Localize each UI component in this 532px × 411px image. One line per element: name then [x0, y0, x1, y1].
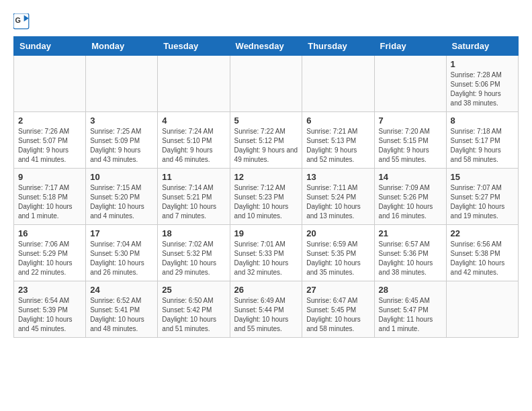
calendar-cell: 21Sunrise: 6:57 AM Sunset: 5:36 PM Dayli…: [374, 225, 446, 281]
day-info: Sunrise: 6:52 AM Sunset: 5:41 PM Dayligh…: [90, 296, 153, 334]
day-info: Sunrise: 6:47 AM Sunset: 5:45 PM Dayligh…: [306, 296, 369, 334]
calendar-cell: 2Sunrise: 7:26 AM Sunset: 5:07 PM Daylig…: [14, 112, 86, 169]
calendar-cell: [230, 56, 302, 112]
day-number: 11: [162, 172, 225, 182]
day-info: Sunrise: 7:07 AM Sunset: 5:27 PM Dayligh…: [451, 183, 514, 221]
day-info: Sunrise: 6:57 AM Sunset: 5:36 PM Dayligh…: [379, 240, 442, 277]
day-number: 7: [379, 116, 442, 126]
day-number: 23: [18, 285, 81, 295]
day-info: Sunrise: 7:28 AM Sunset: 5:06 PM Dayligh…: [451, 71, 514, 108]
calendar-cell: 4Sunrise: 7:24 AM Sunset: 5:10 PM Daylig…: [158, 112, 230, 169]
day-number: 20: [306, 228, 369, 238]
calendar-cell: 26Sunrise: 6:49 AM Sunset: 5:44 PM Dayli…: [230, 281, 302, 338]
calendar: SundayMondayTuesdayWednesdayThursdayFrid…: [13, 36, 519, 338]
calendar-cell: 27Sunrise: 6:47 AM Sunset: 5:45 PM Dayli…: [302, 281, 374, 338]
day-number: 4: [162, 116, 225, 126]
calendar-week-2: 9Sunrise: 7:17 AM Sunset: 5:18 PM Daylig…: [14, 169, 519, 225]
day-info: Sunrise: 7:01 AM Sunset: 5:33 PM Dayligh…: [234, 240, 298, 277]
day-info: Sunrise: 7:21 AM Sunset: 5:13 PM Dayligh…: [306, 127, 369, 165]
day-info: Sunrise: 7:12 AM Sunset: 5:23 PM Dayligh…: [234, 183, 298, 221]
day-info: Sunrise: 7:11 AM Sunset: 5:24 PM Dayligh…: [306, 183, 369, 221]
day-info: Sunrise: 6:59 AM Sunset: 5:35 PM Dayligh…: [306, 240, 369, 277]
day-info: Sunrise: 7:17 AM Sunset: 5:18 PM Dayligh…: [18, 183, 81, 221]
calendar-cell: 10Sunrise: 7:15 AM Sunset: 5:20 PM Dayli…: [86, 169, 158, 225]
day-header-saturday: Saturday: [446, 37, 518, 56]
calendar-cell: 19Sunrise: 7:01 AM Sunset: 5:33 PM Dayli…: [230, 225, 302, 281]
day-number: 16: [18, 228, 81, 238]
day-info: Sunrise: 7:18 AM Sunset: 5:17 PM Dayligh…: [451, 127, 514, 165]
day-number: 21: [379, 228, 442, 238]
page-header: G: [13, 13, 519, 30]
day-info: Sunrise: 7:20 AM Sunset: 5:15 PM Dayligh…: [379, 127, 442, 165]
day-header-wednesday: Wednesday: [230, 37, 302, 56]
calendar-cell: 7Sunrise: 7:20 AM Sunset: 5:15 PM Daylig…: [374, 112, 446, 169]
calendar-cell: 11Sunrise: 7:14 AM Sunset: 5:21 PM Dayli…: [158, 169, 230, 225]
calendar-cell: 13Sunrise: 7:11 AM Sunset: 5:24 PM Dayli…: [302, 169, 374, 225]
day-number: 1: [451, 59, 514, 69]
calendar-week-4: 23Sunrise: 6:54 AM Sunset: 5:39 PM Dayli…: [14, 281, 519, 338]
day-number: 24: [90, 285, 153, 295]
calendar-cell: 16Sunrise: 7:06 AM Sunset: 5:29 PM Dayli…: [14, 225, 86, 281]
calendar-cell: [302, 56, 374, 112]
calendar-cell: 20Sunrise: 6:59 AM Sunset: 5:35 PM Dayli…: [302, 225, 374, 281]
day-info: Sunrise: 7:24 AM Sunset: 5:10 PM Dayligh…: [162, 127, 225, 165]
day-info: Sunrise: 6:49 AM Sunset: 5:44 PM Dayligh…: [234, 296, 298, 334]
calendar-cell: 8Sunrise: 7:18 AM Sunset: 5:17 PM Daylig…: [446, 112, 518, 169]
day-number: 9: [18, 172, 81, 182]
calendar-cell: 9Sunrise: 7:17 AM Sunset: 5:18 PM Daylig…: [14, 169, 86, 225]
day-info: Sunrise: 6:45 AM Sunset: 5:47 PM Dayligh…: [379, 296, 442, 334]
logo: G: [13, 13, 32, 30]
calendar-cell: 17Sunrise: 7:04 AM Sunset: 5:30 PM Dayli…: [86, 225, 158, 281]
day-info: Sunrise: 7:15 AM Sunset: 5:20 PM Dayligh…: [90, 183, 153, 221]
day-number: 13: [306, 172, 369, 182]
calendar-week-1: 2Sunrise: 7:26 AM Sunset: 5:07 PM Daylig…: [14, 112, 519, 169]
day-number: 6: [306, 116, 369, 126]
calendar-cell: 28Sunrise: 6:45 AM Sunset: 5:47 PM Dayli…: [374, 281, 446, 338]
calendar-cell: 5Sunrise: 7:22 AM Sunset: 5:12 PM Daylig…: [230, 112, 302, 169]
calendar-cell: 3Sunrise: 7:25 AM Sunset: 5:09 PM Daylig…: [86, 112, 158, 169]
calendar-cell: 15Sunrise: 7:07 AM Sunset: 5:27 PM Dayli…: [446, 169, 518, 225]
logo-icon: G: [13, 13, 30, 30]
day-number: 10: [90, 172, 153, 182]
day-number: 17: [90, 228, 153, 238]
day-number: 2: [18, 116, 81, 126]
calendar-cell: [158, 56, 230, 112]
day-number: 12: [234, 172, 298, 182]
day-number: 15: [451, 172, 514, 182]
calendar-cell: 25Sunrise: 6:50 AM Sunset: 5:42 PM Dayli…: [158, 281, 230, 338]
calendar-cell: 18Sunrise: 7:02 AM Sunset: 5:32 PM Dayli…: [158, 225, 230, 281]
day-number: 5: [234, 116, 298, 126]
day-number: 3: [90, 116, 153, 126]
day-header-tuesday: Tuesday: [158, 37, 230, 56]
day-info: Sunrise: 7:22 AM Sunset: 5:12 PM Dayligh…: [234, 127, 298, 165]
day-number: 8: [451, 116, 514, 126]
calendar-week-0: 1Sunrise: 7:28 AM Sunset: 5:06 PM Daylig…: [14, 56, 519, 112]
calendar-cell: 22Sunrise: 6:56 AM Sunset: 5:38 PM Dayli…: [446, 225, 518, 281]
day-number: 25: [162, 285, 225, 295]
calendar-cell: 14Sunrise: 7:09 AM Sunset: 5:26 PM Dayli…: [374, 169, 446, 225]
calendar-cell: [86, 56, 158, 112]
day-header-monday: Monday: [86, 37, 158, 56]
day-header-thursday: Thursday: [302, 37, 374, 56]
svg-text:G: G: [15, 16, 20, 24]
day-info: Sunrise: 6:56 AM Sunset: 5:38 PM Dayligh…: [451, 240, 514, 277]
day-info: Sunrise: 7:26 AM Sunset: 5:07 PM Dayligh…: [18, 127, 81, 165]
calendar-cell: 23Sunrise: 6:54 AM Sunset: 5:39 PM Dayli…: [14, 281, 86, 338]
calendar-cell: 12Sunrise: 7:12 AM Sunset: 5:23 PM Dayli…: [230, 169, 302, 225]
day-info: Sunrise: 7:25 AM Sunset: 5:09 PM Dayligh…: [90, 127, 153, 165]
calendar-cell: 24Sunrise: 6:52 AM Sunset: 5:41 PM Dayli…: [86, 281, 158, 338]
day-number: 19: [234, 228, 298, 238]
day-info: Sunrise: 7:09 AM Sunset: 5:26 PM Dayligh…: [379, 183, 442, 221]
day-info: Sunrise: 7:06 AM Sunset: 5:29 PM Dayligh…: [18, 240, 81, 277]
day-info: Sunrise: 6:54 AM Sunset: 5:39 PM Dayligh…: [18, 296, 81, 334]
day-number: 26: [234, 285, 298, 295]
day-header-sunday: Sunday: [14, 37, 86, 56]
day-number: 14: [379, 172, 442, 182]
calendar-cell: 6Sunrise: 7:21 AM Sunset: 5:13 PM Daylig…: [302, 112, 374, 169]
day-number: 28: [379, 285, 442, 295]
day-number: 18: [162, 228, 225, 238]
day-number: 27: [306, 285, 369, 295]
calendar-cell: [14, 56, 86, 112]
calendar-cell: [374, 56, 446, 112]
calendar-header-row: SundayMondayTuesdayWednesdayThursdayFrid…: [14, 37, 519, 56]
